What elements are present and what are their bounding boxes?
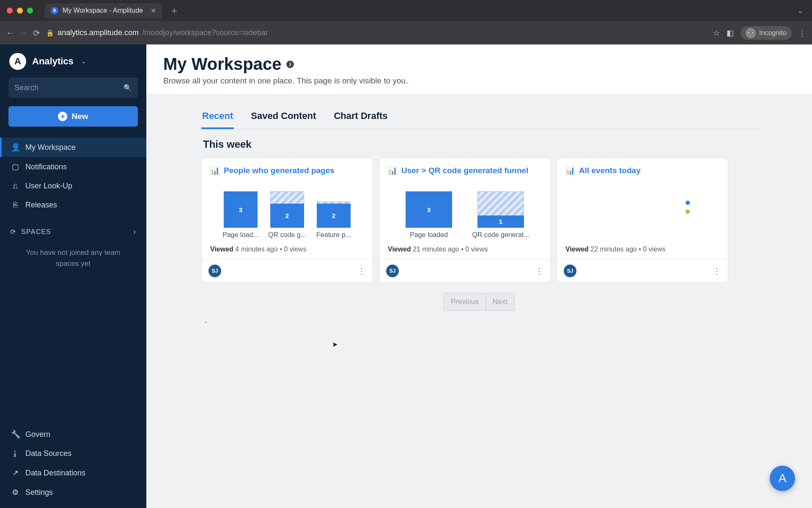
- browser-chrome: A My Workspace - Amplitude ✕ ＋ ⌄ ← → ⟳ 🔒…: [0, 0, 812, 44]
- close-window-icon[interactable]: [7, 8, 13, 14]
- scatter-chart: [565, 183, 719, 239]
- card-footer: SJ ⋮: [379, 259, 550, 282]
- viewed-time: 22 minutes ago: [590, 246, 636, 253]
- chart-icon: 📊: [210, 166, 219, 175]
- nav-label: Data Destinations: [25, 469, 85, 478]
- bookmark-icon[interactable]: ☆: [713, 28, 720, 38]
- card-title: 📊 User > QR code generated funnel: [388, 166, 542, 175]
- sidebar-item-settings[interactable]: ⚙ Settings: [0, 483, 146, 502]
- sidebar-bottom: 🔧 Govern ⭳ Data Sources ↗ Data Destinati…: [0, 425, 146, 508]
- nav-label: Govern: [25, 430, 50, 439]
- card-title-text: User > QR code generated funnel: [401, 166, 528, 175]
- browser-tab[interactable]: A My Workspace - Amplitude ✕: [45, 3, 162, 18]
- wrench-icon: 🔧: [11, 430, 19, 439]
- brand[interactable]: A Analytics ⌄: [0, 44, 146, 77]
- more-icon[interactable]: ⋮: [713, 266, 721, 276]
- avatar[interactable]: SJ: [564, 265, 576, 277]
- minimize-window-icon[interactable]: [17, 8, 23, 14]
- releases-icon: ⎘: [11, 201, 19, 210]
- viewed-label: Viewed: [210, 246, 233, 253]
- page-header: My Workspace i Browse all your content i…: [146, 44, 812, 94]
- bar-value: 2: [270, 204, 304, 228]
- spaces-header[interactable]: ⟳ SPACES ›: [0, 215, 146, 240]
- data-point: [686, 210, 690, 214]
- spaces-empty-text: You have not joined any team spaces yet: [0, 240, 146, 276]
- search-icon[interactable]: 🔍: [123, 84, 132, 92]
- panel-icon[interactable]: ◧: [727, 28, 734, 38]
- content-area: Recent Saved Content Chart Drafts This w…: [146, 94, 812, 343]
- funnel-chart: 3 Page loaded 1 QR code generat...: [388, 183, 542, 239]
- chart-icon: 📊: [565, 166, 575, 175]
- sidebar-nav: 👤 My Workspace ▢ Notifications ⎌ User Lo…: [0, 138, 146, 215]
- amplitude-logo-icon: A: [779, 472, 787, 485]
- search-input[interactable]: [14, 83, 119, 92]
- back-button[interactable]: ←: [6, 28, 14, 38]
- card-title-text: All events today: [579, 166, 641, 175]
- help-fab[interactable]: A: [770, 466, 795, 491]
- app-root: A Analytics ⌄ 🔍 + New 👤 My Workspace ▢ N…: [0, 44, 812, 508]
- sidebar-item-workspace[interactable]: 👤 My Workspace: [0, 138, 146, 157]
- more-icon[interactable]: ⋮: [357, 266, 366, 276]
- reload-button[interactable]: ⟳: [33, 28, 40, 38]
- chart-card[interactable]: 📊 All events today Viewed 22 minutes ago…: [557, 158, 728, 283]
- more-icon[interactable]: ⋮: [535, 266, 543, 276]
- incognito-label: Incognito: [759, 29, 787, 37]
- url-path: /moodjoy/workspace?source=sidebar: [142, 28, 268, 37]
- dash-text: -: [205, 318, 757, 326]
- card-meta: Viewed 22 minutes ago • 0 views: [565, 246, 719, 253]
- tab-recent[interactable]: Recent: [201, 105, 234, 129]
- user-lookup-icon: ⎌: [11, 182, 19, 190]
- sidebar-item-userlookup[interactable]: ⎌ User Look-Up: [0, 177, 146, 196]
- card-footer: SJ ⋮: [202, 259, 373, 282]
- forward-button[interactable]: →: [19, 28, 28, 38]
- sidebar-item-govern[interactable]: 🔧 Govern: [0, 425, 146, 444]
- url-field[interactable]: 🔒 analytics.amplitude.com/moodjoy/worksp…: [46, 28, 707, 37]
- avatar[interactable]: SJ: [386, 265, 399, 277]
- tab-bar: A My Workspace - Amplitude ✕ ＋ ⌄: [0, 0, 812, 21]
- sidebar-item-destinations[interactable]: ↗ Data Destinations: [0, 463, 146, 483]
- bar-drop: [270, 191, 304, 204]
- nav-label: Settings: [25, 488, 53, 497]
- tab-drafts[interactable]: Chart Drafts: [333, 105, 388, 129]
- bar-label: Page load...: [222, 231, 258, 239]
- tab-saved[interactable]: Saved Content: [250, 105, 317, 129]
- sidebar-item-notifications[interactable]: ▢ Notifications: [0, 157, 146, 177]
- sidebar-item-releases[interactable]: ⎘ Releases: [0, 196, 146, 215]
- chevron-down-icon: ⌄: [81, 58, 86, 65]
- nav-label: Notifications: [25, 163, 67, 171]
- card-meta: Viewed 4 minutes ago • 0 views: [210, 246, 364, 253]
- sidebar-item-sources[interactable]: ⭳ Data Sources: [0, 444, 146, 463]
- spaces-label: SPACES: [21, 228, 51, 236]
- new-button[interactable]: + New: [8, 106, 138, 127]
- new-button-label: New: [71, 112, 88, 121]
- bar-value: 3: [406, 191, 452, 228]
- info-icon[interactable]: i: [286, 61, 294, 68]
- next-button[interactable]: Next: [486, 293, 515, 311]
- tabs-overflow-icon[interactable]: ⌄: [797, 6, 804, 15]
- viewed-label: Viewed: [388, 246, 411, 253]
- data-point: [686, 201, 690, 205]
- lock-icon: 🔒: [46, 29, 54, 37]
- viewed-time: 4 minutes ago: [235, 246, 278, 253]
- view-count: 0 views: [465, 246, 488, 253]
- close-tab-icon[interactable]: ✕: [151, 7, 156, 15]
- funnel-chart: 3 Page load... 2 QR code g... 2 Feature …: [210, 183, 364, 239]
- search-box[interactable]: 🔍: [8, 77, 138, 98]
- chart-card[interactable]: 📊 User > QR code generated funnel 3 Page…: [379, 158, 551, 283]
- card-title: 📊 All events today: [565, 166, 719, 175]
- pager: Previous Next: [201, 293, 757, 311]
- gear-icon: ⚙: [11, 488, 19, 497]
- maximize-window-icon[interactable]: [27, 8, 33, 14]
- bar-value: 1: [477, 215, 524, 228]
- previous-button[interactable]: Previous: [444, 293, 486, 311]
- sidebar: A Analytics ⌄ 🔍 + New 👤 My Workspace ▢ N…: [0, 44, 146, 508]
- chart-card[interactable]: 📊 People who generated pages 3 Page load…: [201, 158, 373, 283]
- viewed-time: 21 minutes ago: [413, 246, 459, 253]
- incognito-badge[interactable]: 👓 Incognito: [741, 26, 792, 40]
- menu-icon[interactable]: ⋮: [798, 28, 806, 38]
- new-tab-button[interactable]: ＋: [170, 4, 179, 17]
- bell-icon: ▢: [11, 162, 19, 171]
- window-traffic-lights[interactable]: [7, 8, 33, 14]
- avatar[interactable]: SJ: [208, 265, 221, 277]
- page-title: My Workspace i: [163, 55, 795, 74]
